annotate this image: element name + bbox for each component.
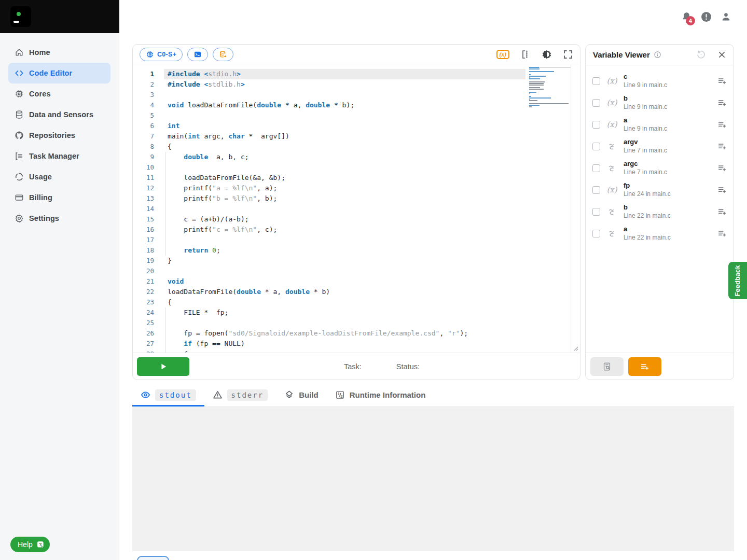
variable-info: bLine 9 in main.c [624, 94, 713, 111]
add-to-plot-icon[interactable] [717, 142, 727, 151]
variable-checkbox[interactable] [592, 208, 600, 216]
code-line-17[interactable] [168, 235, 468, 245]
variable-checkbox[interactable] [592, 186, 600, 194]
code-line-10[interactable] [168, 162, 468, 173]
minimap-line [529, 105, 571, 106]
code-line-25[interactable] [168, 318, 468, 328]
sidebar-item-billing[interactable]: Billing [8, 187, 110, 208]
feedback-button[interactable]: Feedback [728, 262, 747, 299]
sidebar-item-task-manager[interactable]: Task Manager [8, 146, 110, 166]
terminal-arguments-button[interactable] [187, 48, 208, 61]
fullscreen-icon[interactable] [563, 49, 573, 60]
variable-location: Line 24 in main.c [624, 190, 713, 199]
add-to-plot-icon[interactable] [717, 185, 727, 194]
split-view-icon[interactable] [520, 49, 531, 60]
info-circle-icon[interactable] [654, 51, 661, 59]
code-line-15[interactable]: c = (a+b)/(a-b); [168, 214, 468, 225]
minimap-line [529, 103, 571, 104]
notification-badge: 4 [686, 16, 695, 25]
code-line-4[interactable]: void loadDataFromFile(double * a, double… [168, 100, 468, 110]
code-line-28[interactable]: { [168, 349, 468, 353]
add-to-plot-icon[interactable] [717, 120, 727, 129]
help-button[interactable]: Help ? [10, 537, 50, 552]
code-line-1[interactable]: #include <stdio.h> [168, 69, 468, 79]
notifications-bell-icon[interactable]: 4 [681, 11, 692, 22]
sidebar-item-settings[interactable]: Settings [8, 208, 110, 229]
resize-handle-icon[interactable] [572, 345, 578, 351]
add-variables-button[interactable] [628, 357, 661, 376]
tab-stdout[interactable]: stdout [132, 384, 204, 406]
add-to-plot-icon[interactable] [717, 229, 727, 238]
variable-checkbox[interactable] [592, 143, 600, 150]
variable-row-fp[interactable]: (x)fpLine 24 in main.c [586, 179, 734, 201]
variable-checkbox[interactable] [592, 230, 600, 237]
variable-checkbox[interactable] [592, 164, 600, 172]
sidebar-item-usage[interactable]: Usage [8, 166, 110, 187]
code-area[interactable]: 1234567891011121314151617181920212223242… [133, 65, 580, 353]
sidebar-item-code-editor[interactable]: Code Editor [8, 63, 110, 83]
code-line-14[interactable] [168, 204, 468, 214]
code-line-2[interactable]: #include <stdlib.h> [168, 79, 468, 90]
variable-row-b[interactable]: (x)bLine 9 in main.c [586, 92, 734, 114]
line-number: 14 [133, 204, 154, 214]
variable-checkbox[interactable] [592, 99, 600, 107]
sidebar-item-cores[interactable]: Cores [8, 83, 110, 104]
close-icon[interactable] [717, 50, 726, 59]
add-to-plot-icon[interactable] [717, 207, 727, 216]
code-line-13[interactable]: printf("b = %lf\n", b); [168, 193, 468, 204]
add-to-plot-icon[interactable] [717, 76, 727, 86]
variable-row-b[interactable]: bLine 22 in main.c [586, 201, 734, 222]
code-line-3[interactable] [168, 90, 468, 100]
code-line-21[interactable]: void [168, 276, 468, 287]
variable-checkbox[interactable] [592, 77, 600, 85]
cutoff-pill-button[interactable] [137, 556, 169, 560]
code-line-27[interactable]: if (fp == NULL) [168, 339, 468, 349]
inspect-variables-button[interactable] [590, 357, 624, 376]
code-line-9[interactable]: double a, b, c; [168, 152, 468, 162]
code-line-12[interactable]: printf("a = %lf\n", a); [168, 183, 468, 193]
sidebar-item-data-and-sensors[interactable]: Data and Sensors [8, 104, 110, 125]
variable-viewer-header: Variable Viewer [586, 45, 734, 65]
run-button[interactable] [137, 357, 189, 376]
code-line-23[interactable]: { [168, 297, 468, 307]
core-selector-button[interactable]: C0-S+ [140, 48, 183, 61]
variable-checkbox[interactable] [592, 121, 600, 129]
theme-contrast-icon[interactable] [542, 49, 552, 60]
code-line-24[interactable]: FILE * fp; [168, 307, 468, 318]
minimap[interactable] [529, 67, 571, 107]
code-line-11[interactable]: loadDataFromFile(&a, &b); [168, 173, 468, 183]
user-avatar-icon[interactable] [721, 11, 731, 22]
variable-viewer-toggle-icon[interactable]: (x) [496, 50, 509, 59]
sidebar-item-repositories[interactable]: Repositories [8, 125, 110, 146]
variable-name: b [624, 94, 713, 103]
history-icon[interactable] [696, 50, 706, 60]
code-line-19[interactable]: } [168, 256, 468, 266]
code-line-22[interactable]: loadDataFromFile(double * a, double * b) [168, 287, 468, 297]
tab-build[interactable]: Build [276, 384, 327, 406]
variable-row-argc[interactable]: argcLine 7 in main.c [586, 157, 734, 179]
sidebar-item-home[interactable]: Home [8, 42, 110, 63]
info-icon[interactable] [701, 11, 712, 22]
variable-name: b [624, 203, 713, 212]
code-line-7[interactable]: main(int argc, char * argv[]) [168, 131, 468, 142]
code-line-16[interactable]: printf("c = %lf\n", c); [168, 225, 468, 235]
tab-stderr[interactable]: stderr [204, 384, 276, 406]
add-to-plot-icon[interactable] [717, 163, 727, 173]
variable-row-a[interactable]: (x)aLine 9 in main.c [586, 114, 734, 135]
variable-row-a[interactable]: aLine 22 in main.c [586, 222, 734, 244]
code-line-8[interactable]: { [168, 142, 468, 152]
code-line-6[interactable]: int [168, 121, 468, 131]
code-line-18[interactable]: return 0; [168, 245, 468, 256]
signaloid-logo-icon[interactable] [10, 6, 31, 27]
logo-dash [13, 21, 19, 23]
data-sources-button[interactable] [213, 48, 233, 61]
code-line-5[interactable] [168, 110, 468, 121]
add-to-plot-icon[interactable] [717, 98, 727, 107]
code-line-26[interactable]: fp = fopen("sd0/Signaloid/example-loadDi… [168, 328, 468, 339]
tab-runtime-information[interactable]: 12Runtime Information [327, 384, 434, 406]
indent-guide [165, 307, 166, 353]
code-line-20[interactable] [168, 266, 468, 276]
variable-row-argv[interactable]: argvLine 7 in main.c [586, 135, 734, 157]
variable-row-c[interactable]: (x)cLine 9 in main.c [586, 70, 734, 92]
sidebar-item-label: Billing [29, 193, 52, 202]
